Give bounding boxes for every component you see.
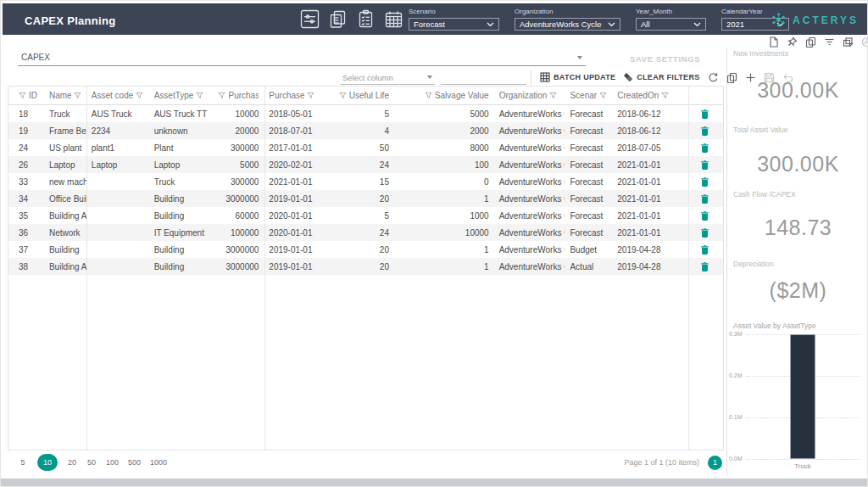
cell-scenario[interactable]: Forecast — [565, 139, 612, 156]
cell-name[interactable]: Network — [44, 224, 86, 241]
cell-useful-life[interactable]: 20 — [320, 190, 394, 207]
cell-salvage-value[interactable]: 1 — [394, 241, 494, 258]
cell-created-on[interactable]: 2019-04-28 — [612, 258, 687, 275]
page-size-100[interactable]: 100 — [106, 458, 119, 467]
filter-icon[interactable] — [425, 92, 432, 99]
cell-asset-code[interactable] — [86, 224, 149, 241]
cell-purchase-value[interactable]: 3000000 — [213, 190, 264, 207]
filter-icon[interactable] — [196, 92, 203, 99]
cell-asset-type[interactable]: unknown — [149, 122, 214, 139]
cell-name[interactable]: US plant — [44, 139, 86, 156]
column-header-name[interactable]: Name — [44, 87, 86, 104]
cell-id[interactable]: 34 — [8, 190, 44, 207]
cell-organization[interactable]: AdventureWorks C... — [494, 156, 565, 173]
cell-name[interactable]: Building Act... — [44, 258, 86, 275]
cell-organization[interactable]: AdventureWorks C... — [494, 139, 565, 156]
cell-id[interactable]: 24 — [8, 139, 44, 156]
filter-select-year_month[interactable]: All — [636, 18, 706, 31]
column-header-organization[interactable]: Organization — [494, 87, 565, 104]
cell-id[interactable]: 37 — [8, 241, 44, 258]
cell-purchase-date[interactable]: 2021-01-01 — [264, 173, 320, 190]
cell-salvage-value[interactable]: 100 — [394, 156, 494, 173]
filter-icon[interactable] — [218, 92, 225, 99]
cell-organization[interactable]: AdventureWorks C... — [494, 122, 565, 139]
cell-purchase-value[interactable]: 10000 — [213, 105, 264, 122]
cell-purchase-value[interactable]: 100000 — [213, 224, 264, 241]
page-size-20[interactable]: 20 — [67, 458, 77, 467]
table-select-dropdown[interactable]: CAPEX — [18, 49, 586, 66]
cell-created-on[interactable]: 2018-06-12 — [612, 105, 687, 122]
filter-icon[interactable] — [74, 92, 81, 99]
cell-organization[interactable]: AdventureWorks C... — [494, 241, 565, 258]
filter-select-organization[interactable]: AdventureWorks Cycle — [515, 18, 620, 31]
cell-created-on[interactable]: 2021-01-01 — [612, 207, 687, 224]
cell-scenario[interactable]: Forecast — [565, 207, 612, 224]
new-page-icon[interactable] — [768, 36, 779, 48]
page-button-1[interactable]: 1 — [708, 456, 722, 470]
column-header-asset-type[interactable]: AssetType — [149, 87, 214, 104]
refresh-button[interactable] — [708, 72, 719, 83]
bar-truck[interactable] — [790, 334, 815, 459]
delete-row-icon[interactable] — [701, 211, 709, 221]
cell-organization[interactable]: AdventureWorks C... — [494, 258, 565, 275]
cell-created-on[interactable]: 2018-06-12 — [612, 122, 687, 139]
column-header-asset-code[interactable]: Asset code — [86, 87, 149, 104]
cell-purchase-date[interactable]: 2020-01-01 — [264, 207, 320, 224]
cell-id[interactable]: 36 — [8, 224, 44, 241]
cell-purchase-value[interactable]: 60000 — [213, 207, 264, 224]
cell-salvage-value[interactable]: 0 — [394, 173, 494, 190]
cell-salvage-value[interactable]: 2000 — [394, 122, 494, 139]
cell-asset-type[interactable]: IT Equipment — [149, 224, 214, 241]
info-icon[interactable] — [861, 36, 868, 48]
cell-asset-code[interactable] — [86, 190, 149, 207]
cell-useful-life[interactable]: 5 — [320, 207, 394, 224]
delete-row-icon[interactable] — [701, 126, 709, 136]
cell-created-on[interactable]: 2021-01-01 — [612, 190, 687, 207]
cell-scenario[interactable]: Forecast — [565, 122, 612, 139]
cell-name[interactable]: Office Buildi... — [44, 190, 86, 207]
cell-asset-type[interactable]: Laptop — [149, 156, 214, 173]
cell-created-on[interactable]: 2021-01-01 — [612, 156, 687, 173]
cell-organization[interactable]: AdventureWorks C... — [494, 207, 565, 224]
cell-purchase-value[interactable]: 20000 — [213, 122, 264, 139]
cell-scenario[interactable]: Budget — [565, 241, 612, 258]
cell-name[interactable]: Truck — [44, 105, 86, 122]
cell-purchase-date[interactable]: 2019-01-01 — [264, 258, 320, 275]
filter-icon[interactable] — [19, 92, 26, 99]
cell-purchase-value[interactable]: 3000000 — [213, 241, 264, 258]
cell-asset-code[interactable] — [86, 173, 149, 190]
filter-icon[interactable] — [549, 92, 557, 99]
layers-icon[interactable] — [843, 36, 854, 48]
cell-useful-life[interactable]: 15 — [320, 173, 394, 190]
cell-purchase-value[interactable]: 5000 — [213, 156, 264, 173]
column-header-purchase-date[interactable]: Purchase Date — [264, 87, 320, 104]
cell-created-on[interactable]: 2021-01-01 — [612, 173, 687, 190]
cell-asset-code[interactable]: plant1 — [86, 139, 149, 156]
cell-name[interactable]: Laptop — [44, 156, 86, 173]
delete-row-icon[interactable] — [701, 262, 709, 271]
copy-icon[interactable] — [805, 36, 816, 48]
cell-purchase-date[interactable]: 2019-01-01 — [264, 241, 320, 258]
cell-purchase-date[interactable]: 2019-01-01 — [264, 190, 320, 207]
delete-row-icon[interactable] — [701, 160, 709, 170]
cell-scenario[interactable]: Forecast — [565, 156, 612, 173]
copy-pages-icon[interactable] — [328, 9, 348, 29]
cell-asset-code[interactable] — [86, 207, 149, 224]
cell-created-on[interactable]: 2021-01-01 — [612, 224, 687, 241]
filter-icon[interactable] — [136, 92, 143, 99]
cell-purchase-date[interactable]: 2017-01-01 — [264, 139, 320, 156]
cell-asset-type[interactable]: Building — [149, 258, 214, 275]
cell-salvage-value[interactable]: 8000 — [394, 139, 494, 156]
cell-scenario[interactable]: Forecast — [565, 190, 612, 207]
page-size-500[interactable]: 500 — [128, 458, 141, 467]
clear-filters-button[interactable]: CLEAR FILTERS — [623, 72, 699, 82]
cell-useful-life[interactable]: 5 — [320, 105, 394, 122]
cell-asset-type[interactable]: AUS Truck TT — [149, 105, 214, 122]
column-header-created-on[interactable]: CreatedOn — [612, 87, 687, 104]
cell-useful-life[interactable]: 4 — [320, 122, 394, 139]
checklist-icon[interactable] — [356, 9, 376, 29]
filter-lines-icon[interactable] — [824, 36, 835, 48]
calendar-icon[interactable] — [384, 9, 403, 29]
cell-organization[interactable]: AdventureWorks C... — [494, 224, 565, 241]
cell-id[interactable]: 26 — [8, 156, 44, 173]
